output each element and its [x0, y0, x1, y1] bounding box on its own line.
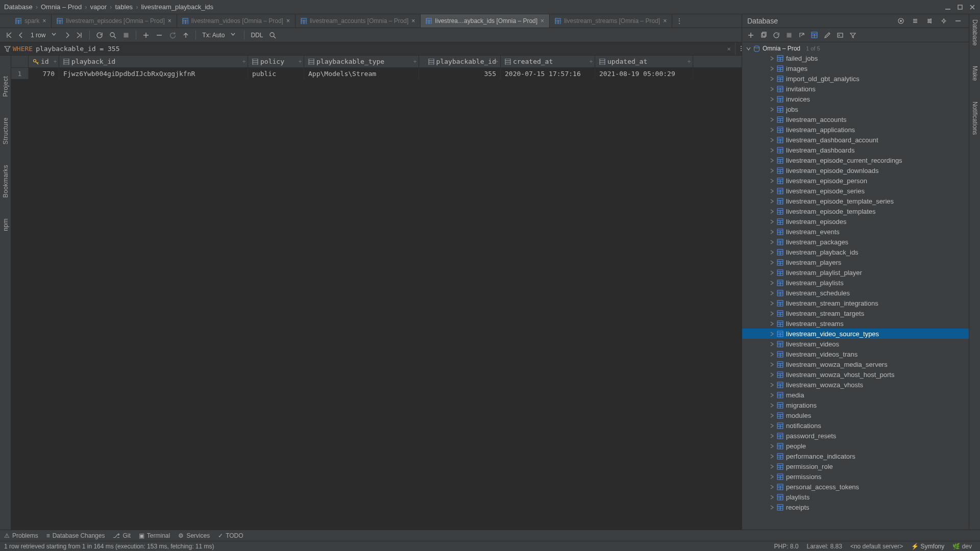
column-header-id[interactable]: id÷	[29, 56, 59, 67]
editor-tab[interactable]: livestream_episodes [Omnia – Prod]×	[52, 14, 177, 28]
cell-created-at[interactable]: 2020-07-15 17:57:16	[501, 68, 595, 79]
refresh-icon[interactable]	[771, 30, 782, 41]
prev-page-icon[interactable]	[15, 30, 27, 41]
left-gutter-item[interactable]: Project	[2, 76, 9, 97]
remove-row-icon[interactable]	[154, 30, 165, 41]
target-icon[interactable]	[895, 15, 906, 27]
database-tree-table[interactable]: images	[742, 63, 969, 73]
bottom-tab[interactable]: ⚙Services	[178, 532, 210, 539]
minimize-icon[interactable]	[944, 4, 951, 11]
gear-icon[interactable]	[938, 15, 949, 27]
close-icon[interactable]: ×	[663, 17, 667, 24]
database-tree-table[interactable]: receipts	[742, 502, 969, 512]
clear-filter-icon[interactable]: ×	[727, 45, 731, 53]
database-tree-table[interactable]: media	[742, 390, 969, 400]
editor-tab[interactable]: livestream_streams [Omnia – Prod]×	[550, 14, 672, 28]
column-header-playbackable-id[interactable]: playbackable_id÷	[419, 56, 501, 67]
status-symfony[interactable]: ⚡ Symfony	[907, 543, 948, 550]
copy-icon[interactable]	[758, 30, 769, 41]
database-tree-table[interactable]: permission_role	[742, 461, 969, 471]
database-tree-table[interactable]: livestream_dashboards	[742, 145, 969, 155]
bottom-tab[interactable]: ⎇Git	[113, 532, 130, 539]
breadcrumb-item[interactable]: Database	[4, 3, 33, 11]
database-tree-table[interactable]: livestream_accounts	[742, 114, 969, 124]
editor-tab[interactable]: livestream_videos [Omnia – Prod]×	[177, 14, 296, 28]
cell-playbackable-id[interactable]: 355	[419, 68, 501, 79]
database-tree-table[interactable]: livestream_playlist_player	[742, 267, 969, 278]
last-page-icon[interactable]	[74, 30, 85, 41]
where-clause-input[interactable]: WHERE playbackable_id = 355 ×	[0, 42, 735, 55]
database-tree-table[interactable]: failed_jobs	[742, 53, 969, 63]
database-tree-table[interactable]: livestream_players	[742, 257, 969, 267]
database-tree-table[interactable]: livestream_episode_current_recordings	[742, 155, 969, 165]
cell-playbackable-type[interactable]: App\Models\Stream	[304, 68, 419, 79]
tx-mode-label[interactable]: Tx: Auto	[200, 32, 227, 39]
database-tree-table[interactable]: livestream_streams	[742, 318, 969, 329]
database-tree-table[interactable]: livestream_episode_series	[742, 186, 969, 196]
status-server[interactable]: <no default server>	[846, 543, 907, 550]
database-tree-table[interactable]: livestream_episode_template_series	[742, 196, 969, 206]
right-gutter-item[interactable]: Database	[971, 19, 978, 45]
database-tree-table[interactable]: livestream_videos_trans	[742, 349, 969, 359]
column-header-playbackable-type[interactable]: playbackable_type÷	[304, 56, 419, 67]
bottom-tab[interactable]: ▣Terminal	[139, 532, 170, 539]
database-tree-table[interactable]: invitations	[742, 84, 969, 94]
database-tree-table[interactable]: performance_indicators	[742, 451, 969, 461]
status-laravel[interactable]: Laravel: 8.83	[802, 543, 846, 550]
database-tree-table[interactable]: livestream_episode_templates	[742, 206, 969, 216]
database-tree-table[interactable]: livestream_stream_targets	[742, 308, 969, 318]
close-icon[interactable]	[969, 4, 976, 11]
column-header-policy[interactable]: policy÷	[248, 56, 304, 67]
jump-to-source-icon[interactable]	[796, 30, 807, 41]
database-tree-table[interactable]: livestream_episode_person	[742, 176, 969, 186]
restore-icon[interactable]	[957, 4, 964, 11]
editor-tab[interactable]: livestream_accounts [Omnia – Prod]×	[296, 14, 421, 28]
database-tree[interactable]: Omnia – Prod 1 of 5 failed_jobsimagesimp…	[742, 42, 969, 530]
status-php[interactable]: PHP: 8.0	[770, 543, 802, 550]
stop-icon[interactable]	[783, 30, 795, 41]
close-icon[interactable]: ×	[42, 17, 46, 24]
database-tree-table[interactable]: livestream_applications	[742, 124, 969, 135]
database-tree-table[interactable]: livestream_episodes	[742, 216, 969, 227]
database-tree-table[interactable]: livestream_stream_integrations	[742, 298, 969, 308]
database-tree-table[interactable]: livestream_videos	[742, 339, 969, 349]
submit-icon[interactable]	[180, 30, 191, 41]
right-gutter-item[interactable]: Make	[971, 66, 978, 81]
cell-updated-at[interactable]: 2021-08-19 05:00:29	[595, 68, 693, 79]
list-icon[interactable]	[910, 15, 921, 27]
database-tree-table[interactable]: import_old_gbt_analytics	[742, 73, 969, 84]
column-header-created-at[interactable]: created_at÷	[501, 56, 595, 67]
database-tree-table[interactable]: notifications	[742, 420, 969, 431]
preview-icon[interactable]	[107, 30, 118, 41]
cell-playback-id[interactable]: Fjwz6Ywb004giDpdbdIJcbRxQxggjkfnR	[59, 68, 248, 79]
breadcrumb-item[interactable]: livestream_playback_ids	[141, 3, 213, 11]
chevron-down-icon[interactable]	[229, 30, 240, 41]
bottom-tab[interactable]: ≡Database Changes	[46, 532, 105, 539]
close-icon[interactable]: ×	[541, 17, 544, 24]
table-view-icon[interactable]	[809, 30, 820, 41]
settings-icon[interactable]	[924, 15, 935, 27]
database-tree-table[interactable]: invoices	[742, 94, 969, 104]
database-tree-table[interactable]: livestream_playlists	[742, 278, 969, 288]
database-tree-table[interactable]: permissions	[742, 471, 969, 482]
database-tree-table[interactable]: people	[742, 441, 969, 451]
database-tree-table[interactable]: livestream_video_source_types	[742, 329, 969, 339]
first-page-icon[interactable]	[3, 30, 14, 41]
close-icon[interactable]: ×	[411, 17, 415, 24]
bottom-tab[interactable]: ⚠Problems	[4, 532, 38, 539]
breadcrumb[interactable]: Database›Omnia – Prod›vapor›tables›lives…	[4, 3, 213, 11]
status-dev[interactable]: 🌿 dev	[948, 543, 976, 550]
database-tree-table[interactable]: modules	[742, 410, 969, 420]
cell-policy[interactable]: public	[248, 68, 304, 79]
left-gutter-item[interactable]: Bookmarks	[2, 165, 9, 198]
right-gutter-item[interactable]: Notifications	[971, 102, 978, 135]
stop-icon[interactable]	[120, 30, 132, 41]
database-tree-root[interactable]: Omnia – Prod 1 of 5	[742, 44, 969, 53]
left-gutter-item[interactable]: Structure	[2, 117, 9, 144]
filter-icon[interactable]	[847, 30, 859, 41]
console-icon[interactable]	[835, 30, 846, 41]
column-header-playback-id[interactable]: playback_id÷	[59, 56, 248, 67]
editor-tab[interactable]: spark×	[10, 14, 52, 28]
search-icon[interactable]	[267, 30, 278, 41]
add-icon[interactable]	[745, 30, 756, 41]
